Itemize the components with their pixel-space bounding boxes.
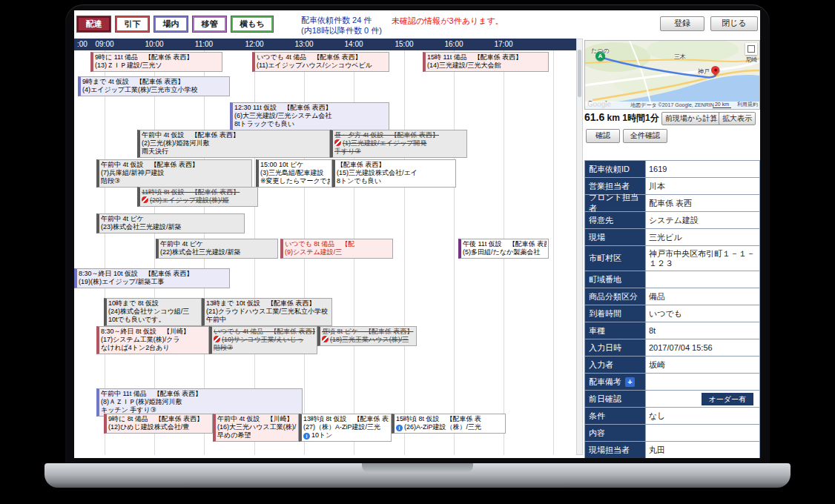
- schedule-block[interactable]: 昼頃 8t ピケ 【配車係 表西】(18)三光王業ハウス(株)/三: [317, 326, 417, 346]
- schedule-block-line: (21)クラウドハウス工業/三光私立小学校: [206, 308, 330, 316]
- form-value: 丸田: [646, 442, 760, 458]
- form-label: 商品分類区分: [585, 288, 646, 305]
- schedule-block-line: i10トン: [303, 431, 389, 440]
- schedule-block[interactable]: 午後 11t 仮設 【配車係 表西】(5)多田組/たなか製薬会社: [458, 239, 549, 259]
- form-value: 2017/07/04 15:56: [646, 339, 760, 357]
- route-map[interactable]: A Google 地図データ ©2017 Google, ZENRIN 20 k…: [584, 40, 760, 110]
- confirm-all-button[interactable]: 全件確認: [623, 129, 667, 143]
- schedule-block[interactable]: 午前中 11t 備品 【配車係 表西】(8)ＡＺＩＰ(株)/姫路河川敷キッチン …: [96, 388, 303, 417]
- form-value: 三光ビル: [646, 229, 760, 246]
- form-value: なし: [646, 408, 760, 425]
- timeline-scrollbar[interactable]: [576, 39, 583, 455]
- map-place-label: たつの: [591, 47, 610, 55]
- schedule-block[interactable]: いつでも 4t 備品 【配車係 表西】(11)エイジップハウス/シンコウベビル: [252, 52, 389, 72]
- form-row: 商品分類区分備品: [585, 288, 760, 305]
- schedule-block[interactable]: 8:30～終日 10t 仮設 【配車係 表西】(19)(株)エイジップ/新築工事: [74, 268, 230, 288]
- schedule-block-line: 階段③: [101, 177, 250, 185]
- schedule-block-line: (2)三光(株)/姫路河川敷: [142, 139, 328, 147]
- form-row: フロント担当者配車係 表西: [585, 195, 760, 212]
- schedule-block[interactable]: 11時頃 8t 仮設 【配車係 表西】(20)エイジップ建設(株)/姫: [137, 187, 258, 207]
- schedule-block-line: 昼～夕方 4t 仮設 【配車係 表西】: [334, 131, 465, 139]
- schedule-block[interactable]: 8:30～終日 8t 仮設 【川崎】(17)システム工業(株)/クラなければ4ト…: [96, 326, 209, 354]
- add-remark-button[interactable]: +: [625, 377, 635, 387]
- form-row: 町域番地: [585, 271, 760, 288]
- hour-gridline: [553, 50, 554, 455]
- schedule-block[interactable]: 午前中 4t ピケ(23)株式会社三光建設/新築: [96, 213, 245, 233]
- schedule-block[interactable]: 【配車係 表西】(15)三光建設株式会社/エイ8トンでも良い: [332, 159, 456, 188]
- enlarge-map-button[interactable]: 拡大表示: [719, 112, 756, 125]
- category-button-jonai[interactable]: 場内: [154, 16, 188, 32]
- category-buttons: 配達引下場内移管横もち: [77, 16, 273, 32]
- form-label: 車種: [585, 322, 646, 339]
- form-value: 川本: [646, 178, 760, 195]
- schedule-block[interactable]: 9時に 11t 備品 【配車係 表西】(13)ＺＩＰ建設/三光ソ: [90, 52, 222, 72]
- schedule-block[interactable]: いつでも 8t 備品 【配(9)システム建設/三: [280, 239, 393, 259]
- schedule-block-line: (9)システム建設/三: [285, 248, 391, 256]
- form-label: 入力日時: [585, 339, 646, 357]
- form-row: 内容: [585, 425, 760, 442]
- schedule-block[interactable]: いつでも 4t 備品 【配車係 表西】(10)サンヨウ王業/えいじっ階段③: [209, 326, 317, 354]
- form-label: 条件: [585, 408, 646, 425]
- distance-unit: km: [607, 113, 620, 123]
- schedule-block-line: 午後 11t 仮設 【配車係 表西】: [463, 240, 547, 248]
- form-value: 備品: [646, 288, 760, 305]
- fullscreen-icon: [747, 45, 755, 53]
- schedule-block-line: 午前中 4t ピケ: [160, 240, 276, 248]
- map-terms-link[interactable]: 利用規約: [737, 101, 758, 108]
- schedule-block[interactable]: 午前中 4t ピケ(22)株式会社三光建設/新築: [156, 239, 278, 259]
- schedule-block[interactable]: 15:00 10t ピケ(3)三光島組/配車建設※変更したらマークでお知らせ※: [256, 159, 332, 188]
- time-label: 10:00: [145, 40, 163, 48]
- schedule-block[interactable]: 午前中 4t 仮設 【配車係 表西】(2)三光(株)/姫路河川敷雨天決行: [137, 130, 330, 158]
- schedule-block-line: 8tトラックでも良い: [234, 120, 387, 128]
- category-button-yokomochi[interactable]: 横もち: [231, 16, 273, 32]
- schedule-block[interactable]: 15時頃 8t 仮設 【配車係 表i(26)A-ZiP建設（株）/三光: [392, 414, 506, 434]
- category-button-delivery[interactable]: 配達: [77, 16, 110, 32]
- schedule-block[interactable]: 13時まで 10t 仮設 【配車係 表西】(21)クラウドハウス工業/三光私立小…: [202, 298, 332, 326]
- schedule-block-line: 昼頃 8t ピケ 【配車係 表西】: [322, 328, 415, 336]
- map-attribution: 地図データ ©2017 Google, ZENRIN: [585, 102, 759, 109]
- schedule-block[interactable]: 13時頃 8t 仮設 【配車係 表西】(27)（株）A-ZiP建設/三光i10ト…: [299, 414, 392, 442]
- schedule-block-line: 午前中 11t 備品 【配車係 表西】: [101, 390, 300, 398]
- form-label: フロント担当者: [585, 195, 646, 212]
- time-label: 16:00: [444, 40, 463, 48]
- schedule-block[interactable]: 午前中 4t 仮設 【配車係 表西】(7)兵庫組/新神戸建設階段③: [96, 159, 252, 188]
- form-row: 到着時間いつでも: [585, 305, 760, 322]
- schedule-block-line: 午前中 4t 仮設 【配車係 表西】: [142, 131, 328, 139]
- calc-from-previous-site-button[interactable]: 前現場から計算: [661, 112, 721, 125]
- form-value: オーダー有: [646, 391, 760, 408]
- schedule-block[interactable]: 12:30 11t 仮設 【配車係 表西】(6)大三光建設/三光システム会社8t…: [230, 102, 389, 130]
- confirm-button[interactable]: 確認: [586, 129, 620, 143]
- schedule-block-line: 9時まで 4t 仮設 【配車係 表西】: [82, 78, 228, 86]
- schedule-block[interactable]: 9時まで 4t 仮設 【配車係 表西】(4)エイジップ工業(株)/三光市立小学校: [78, 76, 230, 96]
- cancelled-icon: [322, 336, 329, 342]
- form-label: 現場: [585, 229, 646, 246]
- category-button-hikisage[interactable]: 引下: [116, 16, 149, 32]
- map-fullscreen-button[interactable]: [745, 43, 757, 55]
- schedule-block-line: (5)多田組/たなか製薬会社: [463, 248, 547, 256]
- schedule-block-line: (7)兵庫組/新神戸建設: [101, 169, 250, 177]
- register-button[interactable]: 登録: [660, 16, 704, 31]
- order-exists-badge[interactable]: オーダー有: [702, 393, 753, 405]
- schedule-block-line: (17)システム工業(株)/クラ: [101, 336, 207, 344]
- map-place-label: 三木: [674, 53, 686, 61]
- schedule-block-line: (19)(株)エイジップ/新築工事: [79, 278, 228, 286]
- form-value: 坂崎: [646, 357, 760, 374]
- schedule-block[interactable]: 午前中 4t 仮設 【川崎】(16)大三光ハウス工業(株)/早めの希望: [213, 414, 299, 442]
- info-icon: i: [303, 433, 310, 440]
- schedule-block[interactable]: 昼～夕方 4t 仮設 【配車係 表西】(1)三光建設/エイジップ開発手すり③: [330, 130, 467, 158]
- distance-value: 61.6: [584, 111, 604, 123]
- dispatch-detail-form: 配車依頼ID1619営業担当者川本フロント担当者配車係 表西得意先システム建設現…: [584, 160, 760, 458]
- close-button[interactable]: 閉じる: [710, 16, 758, 31]
- schedule-block[interactable]: 10時まで 8t 仮設(24)株式会社サンコウ組/三10tでも良いです。: [104, 298, 202, 326]
- schedule-block[interactable]: 9時に 8t 備品 【配車係 表西】(12)ひめじ建設株式会社/豊: [104, 414, 213, 434]
- schedule-block-line: 午前中 4t ピケ: [101, 215, 242, 223]
- form-row: 現場三光ビル: [585, 229, 760, 246]
- schedule-block-line: (23)株式会社三光建設/新築: [101, 223, 242, 231]
- category-button-ikan[interactable]: 移管: [193, 16, 226, 32]
- form-row: 入力者坂崎: [585, 357, 760, 374]
- scrollbar-thumb[interactable]: [578, 50, 581, 97]
- schedule-block-line: なければ4トン2台あり: [101, 344, 207, 352]
- timeline-grid: 9時に 11t 備品 【配車係 表西】(13)ＺＩＰ建設/三光ソいつでも 4t …: [74, 50, 576, 455]
- schedule-block[interactable]: 15時 11t 備品 【配車係 表西】(14)三光建設/三光大会館: [423, 52, 549, 72]
- info-icon: i: [396, 425, 403, 431]
